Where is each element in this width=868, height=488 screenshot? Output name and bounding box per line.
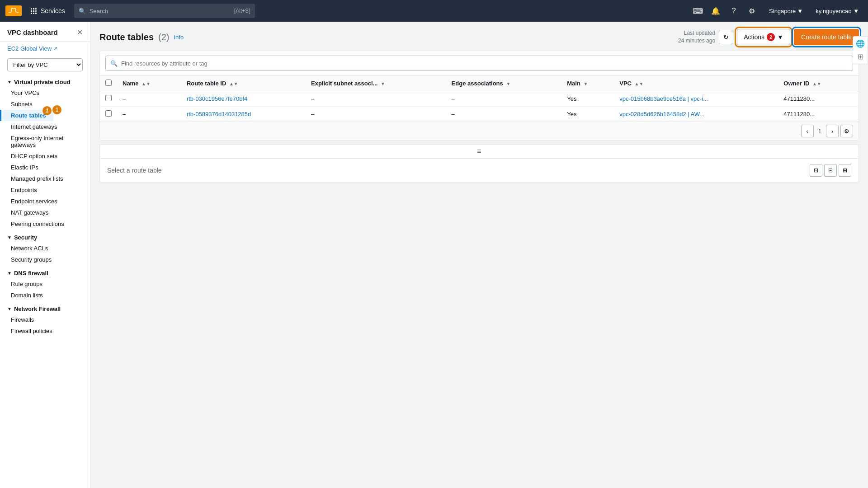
page-count: (2) xyxy=(158,32,169,42)
sidebar-item-firewalls[interactable]: Firewalls xyxy=(0,314,90,325)
globe-icon[interactable]: 🌐 xyxy=(856,39,865,48)
row-checkbox-cell-1[interactable] xyxy=(100,107,117,122)
sidebar-item-endpoint-services[interactable]: Endpoint services xyxy=(0,196,90,207)
view-full-button[interactable]: ⊞ xyxy=(839,164,851,177)
table-search-input[interactable] xyxy=(121,60,848,67)
filter-vpc-row: Filter by VPC xyxy=(0,56,90,74)
sidebar-close-button[interactable]: ✕ xyxy=(77,28,83,37)
sidebar-item-your-vpcs[interactable]: Your VPCs xyxy=(0,87,90,99)
sidebar-item-peering-connections[interactable]: Peering connections xyxy=(0,218,90,230)
section-label-nfw: Network Firewall xyxy=(14,305,61,312)
col-main[interactable]: Main ▼ xyxy=(561,76,614,91)
route-table-id-link-1[interactable]: rtb-0589376d14031285d xyxy=(187,111,251,117)
view-split-button[interactable]: ⊟ xyxy=(824,164,837,177)
aws-logo xyxy=(5,5,22,16)
sidebar-item-domain-lists[interactable]: Domain lists xyxy=(0,290,90,301)
notification-bell-icon[interactable]: 🔔 xyxy=(708,3,724,19)
sidebar-section-security[interactable]: ▼ Security xyxy=(0,230,90,243)
table-header: Name ▲▼ Route table ID ▲▼ Explicit subne… xyxy=(100,76,859,91)
select-all-header[interactable] xyxy=(100,76,117,91)
details-drag-handle[interactable]: ≡ xyxy=(100,145,859,159)
name-sort-icon: ▲▼ xyxy=(142,81,151,86)
info-link[interactable]: Info xyxy=(174,34,184,41)
row-edge-1: – xyxy=(446,107,562,122)
table-header-row: Name ▲▼ Route table ID ▲▼ Explicit subne… xyxy=(100,76,859,91)
ownerid-sort-icon: ▲▼ xyxy=(812,81,821,86)
region-label: Singapore xyxy=(769,8,796,14)
row-ownerid-1: 47111280... xyxy=(778,107,859,122)
prev-page-button[interactable]: ‹ xyxy=(801,125,814,137)
col-owner-id[interactable]: Owner ID ▲▼ xyxy=(778,76,859,91)
sidebar-item-endpoints[interactable]: Endpoints xyxy=(0,184,90,196)
region-selector[interactable]: Singapore ▼ xyxy=(765,6,807,16)
grid-icon[interactable]: ⊞ xyxy=(858,52,863,61)
table-search-bar[interactable]: 🔍 xyxy=(105,56,853,71)
row-rtid-0[interactable]: rtb-030c1956e7fe70bf4 xyxy=(181,91,306,107)
row-vpc-1[interactable]: vpc-028d5d626b16458d2 | AW... xyxy=(614,107,778,122)
settings-icon[interactable]: ⚙ xyxy=(744,3,760,19)
refresh-button[interactable]: ↻ xyxy=(719,30,733,44)
sidebar-item-prefix-lists[interactable]: Managed prefix lists xyxy=(0,173,90,184)
section-label-security: Security xyxy=(14,234,37,241)
row-vpc-0[interactable]: vpc-015b68b3ae9ce516a | vpc-i... xyxy=(614,91,778,107)
sidebar-item-network-acls[interactable]: Network ACLs xyxy=(0,243,90,254)
sidebar-item-elastic-ips[interactable]: Elastic IPs xyxy=(0,162,90,173)
sidebar-item-security-groups[interactable]: Security groups xyxy=(0,254,90,265)
table-search-icon: 🔍 xyxy=(110,60,118,67)
global-search[interactable]: 🔍 [Alt+S] xyxy=(74,4,255,18)
row-rtid-1[interactable]: rtb-0589376d14031285d xyxy=(181,107,306,122)
table-settings-button[interactable]: ⚙ xyxy=(840,125,853,137)
details-view-buttons: ⊡ ⊟ ⊞ xyxy=(810,164,851,177)
app-layout: VPC dashboard ✕ EC2 Global View ↗ Filter… xyxy=(0,22,868,488)
sidebar-item-route-tables[interactable]: Route tables 1 xyxy=(0,110,53,121)
next-page-button[interactable]: › xyxy=(826,125,839,137)
table-row: – rtb-030c1956e7fe70bf4 – – Yes vpc-015b… xyxy=(100,91,859,107)
filter-vpc-select[interactable]: Filter by VPC xyxy=(7,58,83,71)
row-name-0: – xyxy=(117,91,181,107)
page-number: 1 xyxy=(816,128,824,135)
ec2-global-view-link[interactable]: EC2 Global View ↗ xyxy=(0,42,90,56)
col-vpc[interactable]: VPC ▲▼ xyxy=(614,76,778,91)
actions-badge: 2 xyxy=(767,33,775,41)
keyboard-icon[interactable]: ⌨ xyxy=(689,3,706,19)
sidebar-section-network-firewall[interactable]: ▼ Network Firewall xyxy=(0,301,90,314)
main-filter-icon: ▼ xyxy=(584,81,588,86)
actions-button[interactable]: Actions 2 ▼ xyxy=(737,29,790,45)
route-table-id-link-0[interactable]: rtb-030c1956e7fe70bf4 xyxy=(187,95,247,102)
row-checkbox-0[interactable] xyxy=(105,95,112,101)
select-all-checkbox[interactable] xyxy=(105,80,112,86)
sidebar-item-rule-groups[interactable]: Rule groups xyxy=(0,278,90,290)
vpc-link-0[interactable]: vpc-015b68b3ae9ce516a | vpc-i... xyxy=(619,95,708,102)
row-checkbox-cell-0[interactable] xyxy=(100,91,117,107)
sidebar-item-internet-gateways[interactable]: Internet gateways xyxy=(0,121,90,132)
sidebar: VPC dashboard ✕ EC2 Global View ↗ Filter… xyxy=(0,22,90,488)
create-route-table-button[interactable]: Create route table xyxy=(794,29,859,45)
sidebar-item-nat-gateways[interactable]: NAT gateways xyxy=(0,207,90,218)
services-menu[interactable]: Services xyxy=(27,5,69,16)
section-arrow-nfw: ▼ xyxy=(7,306,12,311)
header-actions: Last updated 24 minutes ago ↻ Actions 2 … xyxy=(678,29,859,45)
col-edge-associations[interactable]: Edge associations ▼ xyxy=(446,76,562,91)
sidebar-section-dns-firewall[interactable]: ▼ DNS firewall xyxy=(0,265,90,278)
sidebar-item-firewall-policies[interactable]: Firewall policies xyxy=(0,325,90,337)
row-explicit-1: – xyxy=(306,107,446,122)
sidebar-item-egress-gateways[interactable]: Egress-only Internet gateways xyxy=(0,132,90,150)
sidebar-header: VPC dashboard ✕ xyxy=(0,22,90,42)
search-input[interactable] xyxy=(90,8,231,14)
view-expand-button[interactable]: ⊡ xyxy=(810,164,822,177)
col-name[interactable]: Name ▲▼ xyxy=(117,76,181,91)
side-panel-buttons: 🌐 ⊞ xyxy=(853,36,868,64)
row-checkbox-1[interactable] xyxy=(105,110,112,117)
sidebar-item-dhcp-options[interactable]: DHCP option sets xyxy=(0,150,90,162)
col-route-table-id[interactable]: Route table ID ▲▼ xyxy=(181,76,306,91)
help-icon[interactable]: ? xyxy=(726,3,742,19)
vpc-link-1[interactable]: vpc-028d5d626b16458d2 | AW... xyxy=(619,111,704,117)
sidebar-section-vpc[interactable]: ▼ Virtual private cloud xyxy=(0,74,90,87)
user-menu[interactable]: ky.nguyencao ▼ xyxy=(812,6,863,16)
search-icon: 🔍 xyxy=(79,8,86,14)
services-label: Services xyxy=(41,7,65,14)
row-name-1: – xyxy=(117,107,181,122)
actions-label: Actions xyxy=(744,33,764,41)
col-explicit-subnet[interactable]: Explicit subnet associ... ▼ xyxy=(306,76,446,91)
section-arrow-vpc: ▼ xyxy=(7,80,12,84)
